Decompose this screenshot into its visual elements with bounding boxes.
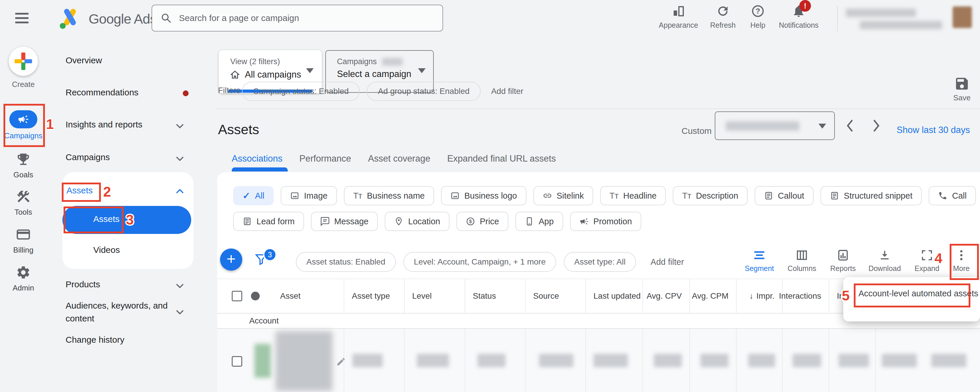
previous-period-icon[interactable] xyxy=(845,118,855,133)
chip-asset-status[interactable]: Asset status: Enabled xyxy=(296,252,396,272)
col-interactions[interactable]: Interactions xyxy=(783,279,829,313)
chevron-down-icon[interactable] xyxy=(175,123,185,129)
nav-item-overview[interactable]: Overview xyxy=(65,56,102,65)
col-level[interactable]: Level xyxy=(405,279,465,313)
chip-sitelink[interactable]: Sitelink xyxy=(533,186,593,206)
chip-app[interactable]: App xyxy=(515,212,563,231)
chip-level[interactable]: Level: Account, Campaign, + 1 more xyxy=(403,252,556,272)
filter-chip-campaign-status[interactable]: Campaign status: Enabled xyxy=(242,82,360,101)
chip-image[interactable]: Image xyxy=(281,186,337,206)
megaphone-icon xyxy=(18,113,29,125)
tab-expanded-final-url-assets[interactable]: Expanded final URL assets xyxy=(447,153,556,164)
table-actions: Segment Columns Reports xyxy=(738,249,975,273)
row-checkbox[interactable] xyxy=(232,356,242,367)
nav-item-recommendations[interactable]: Recommendations xyxy=(65,88,138,97)
columns-icon xyxy=(795,249,808,262)
chip-description[interactable]: Tт Description xyxy=(673,186,748,206)
rail-item-goals[interactable] xyxy=(16,152,31,167)
date-range-selector[interactable] xyxy=(715,112,835,140)
col-asset-type[interactable]: Asset type xyxy=(344,279,405,313)
appearance-button[interactable]: Appearance xyxy=(653,4,704,29)
chip-lead-form[interactable]: Lead form xyxy=(233,212,304,231)
reports-button[interactable]: Reports xyxy=(823,249,863,273)
assets-nav-panel: Assets Assets Videos xyxy=(62,172,194,269)
chevron-down-icon[interactable] xyxy=(175,282,185,289)
menu-item-account-level-automated-assets[interactable]: Account-level automated assets xyxy=(858,289,978,298)
rail-item-campaigns[interactable] xyxy=(10,110,37,128)
chip-headline[interactable]: Tт Headline xyxy=(600,186,666,206)
avatar[interactable] xyxy=(953,6,972,28)
document-icon xyxy=(830,191,839,200)
chip-price[interactable]: $ Price xyxy=(457,212,508,231)
chip-business-name[interactable]: Tт Business name xyxy=(344,186,434,206)
tab-associations[interactable]: Associations xyxy=(232,153,282,164)
tab-asset-coverage[interactable]: Asset coverage xyxy=(368,153,431,164)
more-button[interactable]: More xyxy=(947,249,975,273)
dropdown-caret-icon xyxy=(306,68,313,73)
segment-button[interactable]: Segment xyxy=(738,249,781,273)
nav-item-campaigns[interactable]: Campaigns xyxy=(65,152,110,162)
notifications-button[interactable]: ! Notifications xyxy=(774,4,824,29)
table-row[interactable] xyxy=(217,329,980,392)
chip-callout[interactable]: Callout xyxy=(755,186,813,206)
nav-item-audiences[interactable]: Audiences, keywords, and content xyxy=(65,299,174,325)
add-filter-button[interactable]: Add filter xyxy=(491,87,523,96)
col-avg-cpm[interactable]: Avg. CPM xyxy=(690,279,737,313)
main-menu-icon[interactable] xyxy=(15,13,29,26)
dropdown-caret-icon xyxy=(819,124,826,129)
save-icon xyxy=(954,76,970,92)
chevron-down-icon[interactable] xyxy=(175,309,185,316)
filter-funnel-button[interactable]: 3 xyxy=(255,253,268,266)
rail-item-tools[interactable] xyxy=(16,189,31,204)
nav-item-products[interactable]: Products xyxy=(65,279,100,289)
chevron-up-icon[interactable] xyxy=(175,188,185,195)
goals-label: Goals xyxy=(0,171,47,179)
col-last-updated[interactable]: Last updated xyxy=(586,279,643,313)
section-divider xyxy=(216,108,980,109)
help-button[interactable]: ? Help xyxy=(742,4,774,29)
expand-button[interactable]: Expand xyxy=(907,249,947,273)
select-all-checkbox[interactable] xyxy=(232,291,242,301)
chevron-down-icon[interactable] xyxy=(175,155,185,162)
download-button[interactable]: Download xyxy=(863,249,907,273)
cell-redacted xyxy=(931,354,966,367)
search-input[interactable]: Search for a page or campaign xyxy=(151,5,443,32)
chip-promotion[interactable]: Promotion xyxy=(570,212,641,231)
save-button[interactable]: Save xyxy=(945,76,979,102)
campaign-selector-label: Campaigns xyxy=(337,57,377,66)
col-source[interactable]: Source xyxy=(525,279,586,313)
nav-item-change-history[interactable]: Change history xyxy=(65,335,124,345)
nav-item-assets[interactable]: Assets xyxy=(67,185,93,195)
col-impressions[interactable]: ↓ Impr. xyxy=(737,279,783,313)
show-last-30-days-link[interactable]: Show last 30 days xyxy=(897,125,970,135)
active-tab-indicator xyxy=(232,167,288,172)
rail-item-admin[interactable] xyxy=(16,265,31,280)
col-status[interactable]: Status xyxy=(465,279,525,313)
create-button[interactable] xyxy=(9,47,38,76)
text-icon: Tт xyxy=(682,191,691,201)
add-asset-button[interactable]: + xyxy=(220,249,242,271)
filter-chip-ad-group-status[interactable]: Ad group status: Enabled xyxy=(367,82,480,101)
add-filter-button[interactable]: Add filter xyxy=(651,257,684,267)
view-selector-label: View (2 filters) xyxy=(230,57,280,66)
chip-business-logo[interactable]: Business logo xyxy=(441,186,527,206)
chip-message[interactable]: Message xyxy=(311,212,378,231)
rail-item-billing[interactable] xyxy=(16,227,31,242)
chip-structured-snippet[interactable]: Structured snippet xyxy=(821,186,922,206)
nav-item-assets-selected[interactable]: Assets xyxy=(62,206,191,234)
nav-item-videos[interactable]: Videos xyxy=(93,245,120,255)
chip-call[interactable]: Call xyxy=(929,186,976,206)
refresh-button[interactable]: Refresh xyxy=(704,4,742,29)
nav-item-insights-and-reports[interactable]: Insights and reports xyxy=(65,120,142,129)
col-avg-cpv[interactable]: Avg. CPV xyxy=(643,279,690,313)
download-icon xyxy=(878,249,891,262)
cell-redacted xyxy=(477,354,506,367)
chip-asset-type-filter[interactable]: Asset type: All xyxy=(564,252,636,272)
col-asset[interactable]: Asset xyxy=(280,292,301,301)
columns-button[interactable]: Columns xyxy=(781,249,823,273)
chip-all[interactable]: ✓ All xyxy=(233,186,274,206)
tab-performance[interactable]: Performance xyxy=(299,153,351,164)
next-period-icon[interactable] xyxy=(871,118,881,133)
chip-location[interactable]: Location xyxy=(385,212,449,231)
asset-type-chips-row-2: Lead form Message Location $ xyxy=(233,212,641,231)
